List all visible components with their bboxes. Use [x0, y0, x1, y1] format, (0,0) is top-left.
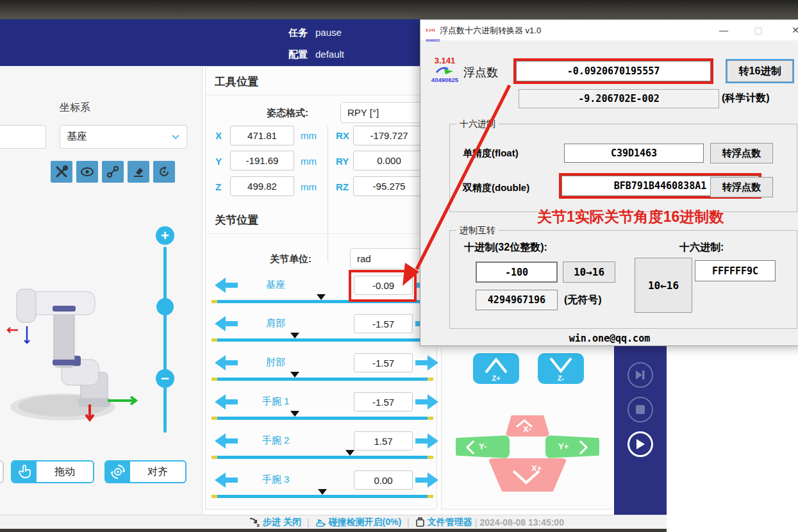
play-icon [635, 438, 645, 450]
zoom-out-button[interactable]: − [156, 369, 174, 388]
jog-z-plus-button[interactable]: Z+ [473, 353, 519, 384]
joint-slider[interactable] [212, 495, 433, 498]
axis-label-y: Y [215, 156, 222, 167]
drag-mode-button[interactable]: 拖动 [11, 460, 94, 483]
joint-minus-icon [215, 433, 238, 449]
joint-slider-marker[interactable] [290, 333, 299, 338]
joint-slider[interactable] [212, 417, 433, 420]
float-hex-input[interactable] [564, 144, 704, 163]
jog-y-plus-button[interactable]: Y+ [545, 435, 599, 458]
joint-slider-marker[interactable] [290, 411, 299, 417]
robot-3d-view[interactable] [5, 284, 146, 431]
jog-y-minus-label: Y- [479, 442, 486, 451]
joint-slider[interactable] [212, 378, 433, 381]
file-manager[interactable]: 文件管理器 [415, 517, 472, 528]
screen: 任务pause 配置default 坐标系 基座 [0, 0, 798, 532]
desktop-top-strip [0, 0, 798, 19]
jog-z-plus-label: Z+ [492, 374, 500, 382]
float-to-float-button[interactable]: 转浮点数 [710, 143, 773, 163]
joint-value[interactable]: 1.57 [354, 431, 413, 451]
decimal-input[interactable] [476, 262, 558, 283]
joint-slider-marker[interactable] [318, 489, 327, 495]
converter-titlebar[interactable]: 3.14140490625 浮点数十六进制转换器 v1.0 — ▢ ✕ [420, 20, 798, 40]
joint-row: 手腕 30.00 [212, 470, 435, 504]
pose-format-label: 姿态格式: [267, 107, 308, 119]
joint-value[interactable]: -1.57 [354, 392, 413, 411]
maximize-button[interactable]: ▢ [747, 20, 769, 40]
float-input[interactable] [516, 61, 711, 81]
convert-arrow-icon [435, 65, 454, 75]
double-to-float-button[interactable]: 转浮点数 [710, 177, 773, 197]
jog-z-minus-button[interactable]: Z- [538, 353, 584, 384]
joint-value[interactable]: -1.57 [354, 314, 413, 333]
hex-label: 十六进制: [679, 241, 724, 254]
joint-minus-icon [215, 472, 238, 488]
joint-value[interactable]: -0.09 [354, 276, 413, 295]
sci-label: (科学计数) [722, 92, 770, 105]
chevron-down-icon [171, 134, 180, 140]
step-next-button[interactable] [628, 362, 653, 388]
base-group-title: 进制互转 [456, 225, 499, 237]
reset-view-button[interactable] [153, 161, 175, 183]
jog-y-minus-button[interactable]: Y- [456, 435, 510, 458]
zoom-slider-track[interactable] [163, 247, 167, 433]
path-icon [106, 165, 119, 178]
zoom-in-button[interactable]: + [156, 226, 174, 245]
joint-minus-icon [215, 355, 238, 370]
jog-x-plus-button[interactable]: X+ [488, 458, 567, 492]
joint-unit-value: rad [357, 253, 371, 264]
joint-slider[interactable] [212, 456, 433, 459]
rx-value[interactable]: -179.727 [353, 126, 425, 145]
erase-button[interactable] [128, 161, 149, 183]
tool-position-title: 工具位置 [215, 74, 258, 89]
dec-to-hex-button[interactable]: 10→16 [563, 262, 615, 283]
play-button[interactable] [628, 431, 653, 457]
stop-button[interactable] [628, 397, 653, 422]
hex-input[interactable] [695, 260, 776, 281]
hex-group: 十六进制 单精度(float) 转浮点数 双精度(double) 转浮点数 [449, 124, 797, 212]
joint-value[interactable]: 0.00 [354, 470, 413, 490]
y-unit: mm [301, 156, 317, 167]
hex-to-dec-button[interactable]: 10←16 [635, 258, 692, 313]
z-value[interactable]: 499.82 [230, 176, 294, 196]
separator: | [307, 517, 310, 528]
path-button[interactable] [102, 161, 124, 183]
joint-value[interactable]: -1.57 [354, 353, 413, 372]
sci-value-box: -9.206702E-002 [519, 89, 719, 108]
step-status[interactable]: 步进 关闭 [249, 517, 301, 528]
task-value: pause [315, 27, 342, 38]
jog-x-minus-button[interactable]: X- [505, 415, 550, 436]
edge-button-partial[interactable] [0, 460, 4, 483]
chevron-right-icon [579, 440, 589, 455]
hex-field-wrap [695, 260, 776, 281]
rz-value[interactable]: -95.275 [353, 176, 425, 196]
joint-name: 手腕 2 [237, 435, 314, 447]
coord-system-dropdown[interactable]: 基座 [60, 125, 187, 149]
axis-label-ry: RY [336, 156, 349, 167]
ry-value[interactable]: 0.000 [353, 151, 425, 170]
minimize-button[interactable]: — [713, 20, 735, 40]
collision-status[interactable]: 碰撞检测开启(0%) [315, 517, 402, 528]
bottom-strip [0, 529, 667, 532]
to-hex-button[interactable]: 转16进制 [727, 60, 793, 82]
tools-button[interactable] [51, 161, 72, 183]
y-value[interactable]: -191.69 [230, 151, 294, 170]
stop-icon [636, 405, 645, 414]
jog-z-minus-label: Z- [558, 374, 564, 382]
x-value[interactable]: 471.81 [230, 126, 294, 145]
show-button[interactable] [76, 161, 98, 183]
joint-name: 手腕 1 [237, 395, 314, 408]
joint-slider-marker[interactable] [345, 450, 354, 456]
joint-slider[interactable] [212, 338, 433, 342]
edge-input-partial[interactable] [0, 125, 46, 149]
align-mode-button[interactable]: 对齐 [104, 460, 187, 483]
close-button[interactable]: ✕ [785, 20, 798, 40]
chevron-down-icon [548, 357, 574, 374]
zoom-slider-handle[interactable] [156, 298, 174, 315]
joint-slider-marker[interactable] [290, 372, 299, 378]
joint-slider[interactable] [212, 300, 433, 303]
joint-plus-icon [415, 433, 438, 449]
base-convert-group: 进制互转 十进制(32位整数): 十六进制: 10→16 10←16 42949… [449, 230, 797, 329]
joint-slider-marker[interactable] [317, 294, 326, 300]
unsigned-label: (无符号) [564, 294, 602, 307]
